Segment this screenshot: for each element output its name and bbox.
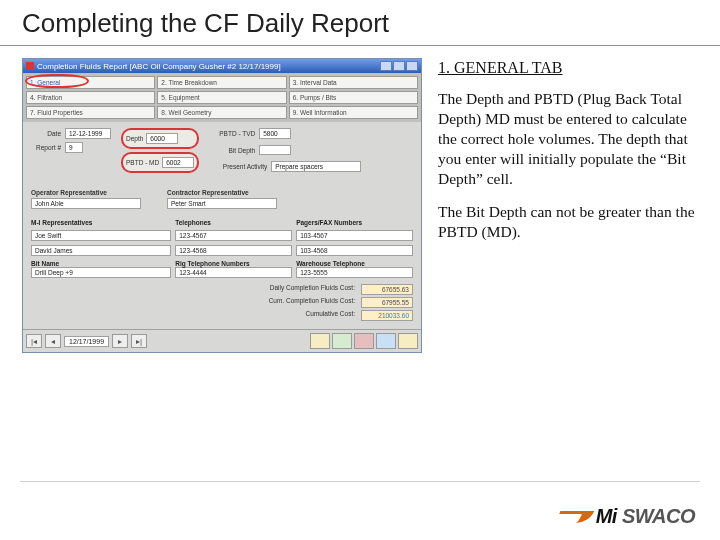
date-label: Date	[31, 130, 61, 137]
general-panel: Date 12-12-1999 Report # 9 Depth 6	[23, 122, 421, 329]
mi-reps-header: M-I Representatives	[31, 219, 171, 226]
pbtd-tvd-field[interactable]: 5800	[259, 128, 291, 139]
window-titlebar: Completion Fluids Report [ABC Oil Compan…	[23, 59, 421, 73]
pbtd-md-box: PBTD - MD 6002	[121, 152, 199, 173]
nav-date[interactable]: 12/17/1999	[64, 336, 109, 347]
operator-rep-label: Operator Representative	[31, 189, 141, 196]
cumulative-cost-label: Cumulative Cost:	[306, 310, 356, 321]
section-paragraph-2: The Bit Depth can not be greater than th…	[438, 202, 698, 242]
window-title: Completion Fluids Report [ABC Oil Compan…	[37, 62, 281, 71]
logo-swoosh-icon	[555, 511, 593, 523]
operator-rep-field[interactable]: John Able	[31, 198, 141, 209]
title-rule	[0, 45, 720, 46]
rig-tel-field[interactable]: 123-4444	[175, 267, 292, 278]
contacts-grid: M-I Representatives Telephones Pagers/FA…	[31, 219, 413, 278]
bit-name-label: Bit Name	[31, 260, 59, 267]
minimize-button[interactable]	[380, 61, 392, 71]
toolbar-icon-2[interactable]	[332, 333, 352, 349]
pbtd-md-label: PBTD - MD	[126, 159, 159, 166]
rig-tel-label: Rig Telephone Numbers	[175, 260, 249, 267]
fax-1[interactable]: 103-4567	[296, 230, 413, 241]
toolbar-icon-4[interactable]	[376, 333, 396, 349]
tab-time-breakdown[interactable]: 2. Time Breakdown	[157, 76, 286, 89]
maximize-button[interactable]	[393, 61, 405, 71]
tab-filtration[interactable]: 4. Filtration	[26, 91, 155, 104]
bit-name-field[interactable]: Drill Deep +9	[31, 267, 171, 278]
depth-field[interactable]: 6000	[146, 133, 178, 144]
fax-header: Pagers/FAX Numbers	[296, 219, 413, 226]
explanation: 1. GENERAL TAB The Depth and PBTD (Plug …	[438, 58, 698, 353]
mi-rep-2[interactable]: David James	[31, 245, 171, 256]
toolbar-icon-1[interactable]	[310, 333, 330, 349]
footer-logo: Mi SWACO	[558, 505, 695, 528]
daily-cost-label: Daily Completion Fluids Cost:	[270, 284, 355, 295]
daily-cost-value: 67655.63	[361, 284, 413, 295]
report-field[interactable]: 9	[65, 142, 83, 153]
section-heading: 1. GENERAL TAB	[438, 58, 698, 79]
tab-well-information[interactable]: 9. Well Information	[289, 106, 418, 119]
app-icon	[26, 62, 34, 70]
contractor-rep-field[interactable]: Peter Smart	[167, 198, 277, 209]
pbtd-md-field[interactable]: 6002	[162, 157, 194, 168]
warehouse-tel-field[interactable]: 123-5555	[296, 267, 413, 278]
nav-prev-button[interactable]: ◂	[45, 334, 61, 348]
tab-general[interactable]: 1. General	[26, 76, 155, 89]
representatives-row: Operator Representative John Able Contra…	[31, 189, 413, 209]
totals-block: Daily Completion Fluids Cost:67655.63 Cu…	[31, 284, 413, 321]
tab-pumps-bits[interactable]: 6. Pumps / Bits	[289, 91, 418, 104]
nav-first-button[interactable]: |◂	[26, 334, 42, 348]
nav-bar: |◂ ◂ 12/17/1999 ▸ ▸|	[23, 329, 421, 352]
tab-well-geometry[interactable]: 8. Well Geometry	[157, 106, 286, 119]
depth-label: Depth	[126, 135, 143, 142]
footer-rule	[20, 481, 700, 482]
cum-cost-label: Cum. Completion Fluids Cost:	[269, 297, 355, 308]
logo-text-swaco: SWACO	[622, 505, 695, 527]
tel-2[interactable]: 123-4568	[175, 245, 292, 256]
present-activity-field[interactable]: Prepare spacers	[271, 161, 361, 172]
logo-text-mi: Mi	[596, 505, 617, 527]
warehouse-tel-label: Warehouse Telephone	[296, 260, 365, 267]
cum-cost-value: 67955.55	[361, 297, 413, 308]
nav-next-button[interactable]: ▸	[112, 334, 128, 348]
page-title: Completing the CF Daily Report	[0, 8, 720, 45]
contractor-rep-label: Contractor Representative	[167, 189, 277, 196]
depth-box: Depth 6000	[121, 128, 199, 149]
date-field[interactable]: 12-12-1999	[65, 128, 111, 139]
tab-interval-data[interactable]: 3. Interval Data	[289, 76, 418, 89]
app-screenshot: Completion Fluids Report [ABC Oil Compan…	[22, 58, 422, 353]
pbtd-tvd-label: PBTD - TVD	[209, 130, 255, 137]
report-label: Report #	[31, 144, 61, 151]
close-button[interactable]	[406, 61, 418, 71]
bit-depth-field[interactable]	[259, 145, 291, 155]
fax-2[interactable]: 103-4568	[296, 245, 413, 256]
tab-fluid-properties[interactable]: 7. Fluid Properties	[26, 106, 155, 119]
window-buttons	[380, 61, 418, 71]
bit-depth-label: Bit Depth	[209, 147, 255, 154]
toolbar-icon-3[interactable]	[354, 333, 374, 349]
telephones-header: Telephones	[175, 219, 292, 226]
tab-equipment[interactable]: 5. Equipment	[157, 91, 286, 104]
toolbar-icons	[310, 333, 418, 349]
present-activity-label: Present Activity	[209, 163, 267, 170]
tel-1[interactable]: 123-4567	[175, 230, 292, 241]
section-paragraph-1: The Depth and PBTD (Plug Back Total Dept…	[438, 89, 698, 190]
cumulative-cost-value: 210033.60	[361, 310, 413, 321]
nav-last-button[interactable]: ▸|	[131, 334, 147, 348]
mi-rep-1[interactable]: Joe Swift	[31, 230, 171, 241]
tab-row: 1. General 2. Time Breakdown 3. Interval…	[23, 73, 421, 122]
app-window: Completion Fluids Report [ABC Oil Compan…	[22, 58, 422, 353]
toolbar-icon-5[interactable]	[398, 333, 418, 349]
